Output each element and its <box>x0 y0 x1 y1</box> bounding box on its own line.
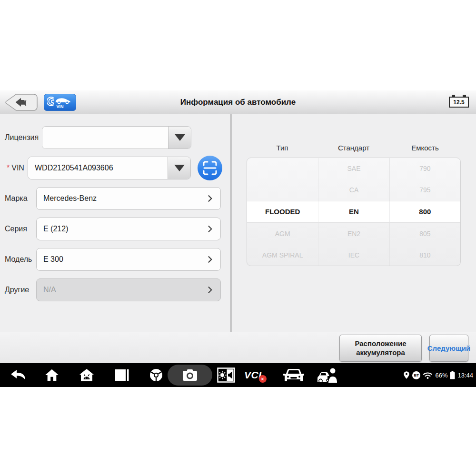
bluetooth-icon: BT <box>412 371 420 379</box>
brand-row: Марка Mercedes-Benz <box>0 187 230 210</box>
wifi-icon <box>423 371 433 379</box>
battery-percent: 66% <box>435 372 447 379</box>
battery-location-button[interactable]: Расположение аккумулятора <box>339 335 422 362</box>
cell-standard: CA <box>318 179 389 201</box>
vin-label: VIN <box>11 164 24 172</box>
cell-standard: EN2 <box>318 223 389 244</box>
license-dropdown-button[interactable] <box>168 127 191 149</box>
nav-recents-button[interactable] <box>112 363 131 387</box>
cell-type <box>247 158 318 179</box>
table-row[interactable]: CA 795 <box>247 179 460 201</box>
series-label: Серия <box>5 225 32 233</box>
nav-app-home-button[interactable] <box>77 363 96 387</box>
model-row: Модель E 300 <box>0 248 230 271</box>
cell-capacity: 800 <box>389 201 460 223</box>
chevron-right-icon <box>205 255 215 264</box>
chrome-icon <box>149 368 163 382</box>
column-type: Тип <box>247 144 318 152</box>
main-content: Лицензия * VIN WDD2120541A093606 <box>0 114 476 332</box>
table-row-selected[interactable]: FLOODED EN 800 <box>247 201 460 223</box>
chevron-right-icon <box>205 194 215 203</box>
vin-camera-scan-button[interactable] <box>198 156 222 180</box>
nav-chrome-button[interactable] <box>147 363 166 387</box>
scan-frame-icon <box>202 160 218 176</box>
cell-type: AGM <box>247 223 318 244</box>
vehicle-voltage-indicator[interactable]: 12.5 <box>449 97 469 108</box>
camera-icon <box>182 368 198 382</box>
vin-car-icon: VIN <box>47 95 73 109</box>
status-cluster[interactable]: BT 66% 13:44 <box>403 363 473 387</box>
vin-row: * VIN WDD2120541A093606 <box>0 157 230 179</box>
nav-screenshot-button[interactable] <box>168 365 212 386</box>
vin-scan-shortcut-button[interactable]: VIN <box>44 94 76 111</box>
brand-label: Марка <box>5 194 32 203</box>
column-standard: Стандарт <box>318 144 389 152</box>
nav-home-button[interactable] <box>42 363 61 387</box>
vci-disconnected-badge: × <box>259 375 267 383</box>
brand-field[interactable]: Mercedes-Benz <box>36 187 221 210</box>
car-service-icon <box>317 367 339 383</box>
next-button[interactable]: Следующий <box>429 335 468 362</box>
vin-dropdown-button[interactable] <box>168 157 190 179</box>
series-value: E (212) <box>43 225 205 233</box>
battery-spec-panel: Тип Стандарт Емкость SAE 790 CA 795 FLOO… <box>232 114 476 332</box>
footer-bar: Расположение аккумулятора Следующий <box>0 332 476 363</box>
series-row: Серия E (212) <box>0 218 230 240</box>
cell-standard: IEC <box>318 244 389 266</box>
cell-capacity: 795 <box>389 179 460 201</box>
android-nav-bar: VCI × <box>0 363 476 387</box>
back-arrow-icon <box>10 368 27 382</box>
table-row[interactable]: AGM EN2 805 <box>247 223 460 244</box>
voltage-value: 12.5 <box>449 97 469 108</box>
license-input[interactable] <box>42 127 168 149</box>
license-label: Лицензия <box>5 133 39 142</box>
battery-table: SAE 790 CA 795 FLOODED EN 800 AGM EN2 80… <box>247 158 461 266</box>
model-field[interactable]: E 300 <box>36 248 221 271</box>
cell-standard: SAE <box>318 158 389 179</box>
model-value: E 300 <box>43 255 205 264</box>
nav-vci-status-button[interactable]: VCI × <box>244 363 269 387</box>
nav-back-button[interactable] <box>8 363 29 387</box>
header: VIN Информация об автомобиле 12.5 <box>0 90 476 114</box>
others-row: Другие N/A <box>0 278 230 301</box>
battery-icon <box>450 371 455 379</box>
brand-value: Mercedes-Benz <box>43 194 205 203</box>
cell-capacity: 805 <box>389 223 460 244</box>
cell-type: AGM SPIRAL <box>247 244 318 266</box>
cell-standard: EN <box>318 201 389 223</box>
others-value: N/A <box>43 286 205 294</box>
recents-icon <box>114 368 129 382</box>
home-icon <box>45 368 59 382</box>
others-label: Другие <box>5 286 32 294</box>
model-label: Модель <box>5 255 32 264</box>
nav-service-button[interactable] <box>315 363 341 387</box>
vehicle-info-form: Лицензия * VIN WDD2120541A093606 <box>0 114 230 332</box>
vin-input[interactable]: WDD2120541A093606 <box>28 157 168 179</box>
back-button[interactable] <box>4 93 38 111</box>
chevron-right-icon <box>205 285 215 295</box>
page-title: Информация об автомобиле <box>119 90 357 114</box>
diagnostic-app-screen: VIN Информация об автомобиле 12.5 Лиценз… <box>0 90 476 387</box>
table-row[interactable]: AGM SPIRAL IEC 810 <box>247 244 460 266</box>
cell-type <box>247 179 318 201</box>
column-capacity: Емкость <box>389 144 461 152</box>
clock: 13:44 <box>457 372 473 379</box>
vin-button-label: VIN <box>56 104 63 109</box>
cell-capacity: 790 <box>389 158 460 179</box>
table-row[interactable]: SAE 790 <box>247 158 460 179</box>
required-marker: * <box>7 164 10 172</box>
cell-type: FLOODED <box>247 201 318 223</box>
location-icon <box>403 370 410 380</box>
chevron-right-icon <box>205 224 215 234</box>
dropdown-arrow-icon <box>175 134 185 141</box>
others-field[interactable]: N/A <box>36 278 221 301</box>
car-front-icon <box>283 367 305 383</box>
license-row: Лицензия <box>0 126 230 149</box>
series-field[interactable]: E (212) <box>36 218 221 240</box>
nav-vehicle-button[interactable] <box>282 363 306 387</box>
battery-table-header: Тип Стандарт Емкость <box>247 144 461 152</box>
cell-capacity: 810 <box>389 244 460 266</box>
dropdown-arrow-icon <box>174 165 185 171</box>
brightness-volume-icon <box>217 367 235 383</box>
nav-brightness-volume-button[interactable] <box>216 363 237 387</box>
